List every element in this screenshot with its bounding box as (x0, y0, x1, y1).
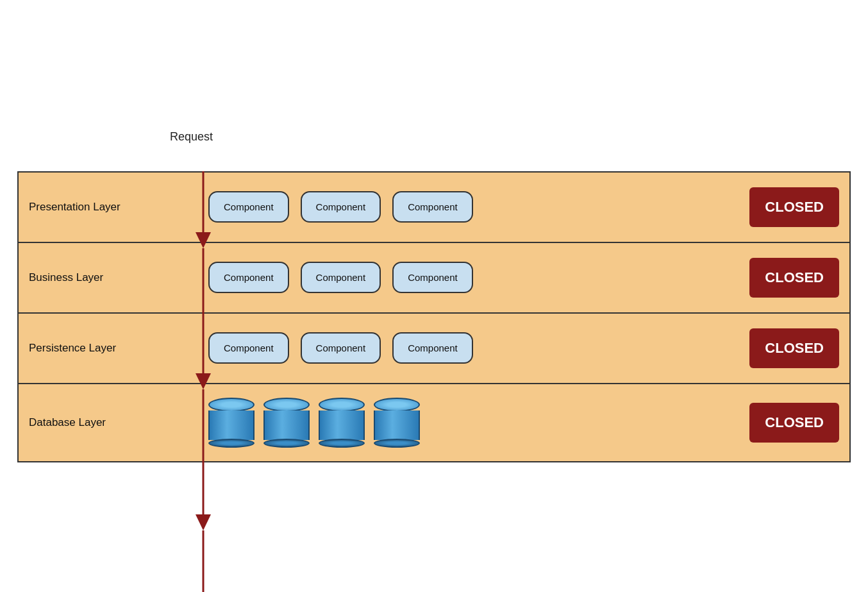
db-cylinder-1 (208, 398, 255, 448)
db-cylinder-4 (374, 398, 420, 448)
cyl-top-3 (319, 398, 365, 412)
presentation-component-2: Component (301, 191, 381, 223)
presentation-components: Component Component Component (208, 191, 749, 223)
persistence-components: Component Component Component (208, 332, 749, 364)
layers-wrapper: Presentation Layer Component Component C… (17, 171, 851, 462)
request-label: Request (170, 130, 213, 144)
cyl-body-4 (374, 410, 420, 440)
persistence-closed-badge: CLOSED (749, 328, 839, 368)
diagram-container: Request Presentation Layer (17, 130, 851, 462)
presentation-component-3: Component (392, 191, 473, 223)
business-component-2: Component (301, 262, 381, 293)
business-layer: Business Layer Component Component Compo… (19, 243, 849, 314)
presentation-component-1: Component (208, 191, 289, 223)
presentation-layer-label: Presentation Layer (29, 201, 131, 214)
presentation-closed-badge: CLOSED (749, 187, 839, 227)
cyl-bottom-3 (319, 439, 365, 448)
cyl-top-1 (208, 398, 255, 412)
database-layer-label: Database Layer (29, 416, 131, 429)
cyl-bottom-2 (263, 439, 310, 448)
cyl-bottom-4 (374, 439, 420, 448)
persistence-component-2: Component (301, 332, 381, 364)
business-closed-badge: CLOSED (749, 258, 839, 298)
cyl-body-1 (208, 410, 255, 440)
persistence-layer: Persistence Layer Component Component Co… (19, 314, 849, 384)
db-cylinder-2 (263, 398, 310, 448)
business-layer-label: Business Layer (29, 271, 131, 284)
svg-marker-7 (196, 514, 211, 530)
database-layer: Database Layer (19, 384, 849, 461)
database-closed-badge: CLOSED (749, 403, 839, 443)
cyl-bottom-1 (208, 439, 255, 448)
business-components: Component Component Component (208, 262, 749, 293)
presentation-layer: Presentation Layer Component Component C… (19, 173, 849, 243)
persistence-component-3: Component (392, 332, 473, 364)
cyl-top-2 (263, 398, 310, 412)
db-cylinder-3 (319, 398, 365, 448)
persistence-layer-label: Persistence Layer (29, 342, 131, 355)
business-component-3: Component (392, 262, 473, 293)
cyl-body-2 (263, 410, 310, 440)
business-component-1: Component (208, 262, 289, 293)
cyl-body-3 (319, 410, 365, 440)
database-cylinders (208, 398, 749, 448)
persistence-component-1: Component (208, 332, 289, 364)
cyl-top-4 (374, 398, 420, 412)
